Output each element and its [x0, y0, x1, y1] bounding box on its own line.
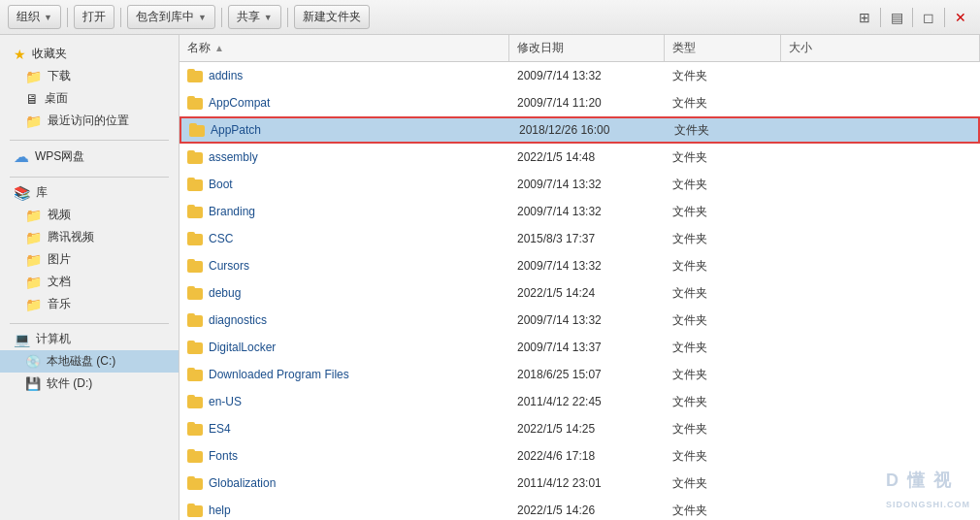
file-name: AppCompat [209, 96, 270, 110]
table-row[interactable]: Globalization2011/4/12 23:01文件夹 [180, 470, 980, 497]
file-date-cell: 2011/4/12 22:45 [509, 395, 665, 408]
file-name-cell: Branding [180, 205, 509, 218]
file-name: Boot [209, 178, 233, 191]
file-name: Globalization [209, 476, 276, 490]
table-row[interactable]: addins2009/7/14 13:32文件夹 [180, 62, 980, 89]
file-name: CSC [209, 232, 233, 245]
videos-label: 视频 [48, 207, 71, 223]
file-type-cell: 文件夹 [665, 448, 781, 465]
file-type-cell: 文件夹 [667, 122, 783, 139]
file-name: AppPatch [211, 123, 261, 137]
new-folder-label: 新建文件夹 [303, 9, 361, 25]
sidebar-item-wps-cloud[interactable]: ☁ WPS网盘 [0, 145, 179, 169]
folder-icon [187, 395, 203, 408]
file-name-cell: Cursors [180, 259, 509, 273]
share-button[interactable]: 共享 ▼ [228, 5, 281, 29]
sidebar-item-desktop[interactable]: 🖥 桌面 [0, 87, 179, 110]
folder-icon [187, 286, 203, 300]
file-date-cell: 2022/1/5 14:26 [509, 504, 665, 517]
window-button[interactable]: ◻ [917, 6, 940, 29]
table-row[interactable]: ES42022/1/5 14:25文件夹 [180, 415, 980, 442]
file-name: Downloaded Program Files [209, 368, 349, 381]
file-date-cell: 2009/7/14 13:37 [509, 341, 665, 354]
file-name-cell: help [180, 504, 509, 517]
table-row[interactable]: assembly2022/1/5 14:48文件夹 [180, 144, 980, 171]
pictures-label: 图片 [48, 251, 71, 268]
file-type-cell: 文件夹 [665, 312, 781, 329]
desktop-folder-icon: 🖥 [25, 91, 39, 107]
details-view-button[interactable]: ▤ [885, 6, 908, 29]
tencent-videos-label: 腾讯视频 [48, 229, 94, 245]
sort-arrow-icon: ▲ [214, 43, 224, 53]
sidebar-item-downloads[interactable]: 📁 下载 [0, 65, 179, 87]
table-row[interactable]: diagnostics2009/7/14 13:32文件夹 [180, 307, 980, 334]
sidebar-item-tencent-videos[interactable]: 📁 腾讯视频 [0, 226, 179, 248]
sidebar-item-library[interactable]: 📚 库 [0, 181, 179, 204]
file-name-cell: assembly [180, 150, 509, 164]
sidebar: ★ 收藏夹 📁 下载 🖥 桌面 📁 最近访问的位置 ☁ WPS网盘 [0, 35, 180, 520]
sidebar-item-documents[interactable]: 📁 文档 [0, 271, 179, 293]
sidebar-item-recent[interactable]: 📁 最近访问的位置 [0, 110, 179, 132]
sidebar-item-videos[interactable]: 📁 视频 [0, 204, 179, 226]
sidebar-item-music[interactable]: 📁 音乐 [0, 293, 179, 315]
table-row[interactable]: Cursors2009/7/14 13:32文件夹 [180, 252, 980, 279]
table-row[interactable]: AppCompat2009/7/14 11:20文件夹 [180, 89, 980, 116]
col-header-name[interactable]: 名称 ▲ [180, 35, 509, 61]
wps-cloud-label: WPS网盘 [35, 148, 84, 165]
file-name-cell: debug [180, 286, 509, 300]
videos-folder-icon: 📁 [25, 208, 42, 223]
sidebar-item-software-disk[interactable]: 💾 软件 (D:) [0, 373, 179, 395]
table-row[interactable]: Fonts2022/4/6 17:18文件夹 [180, 442, 980, 470]
file-date-cell: 2022/1/5 14:24 [509, 286, 665, 300]
include-library-label: 包含到库中 [136, 9, 194, 25]
table-row[interactable]: Downloaded Program Files2018/6/25 15:07文… [180, 361, 980, 388]
table-row[interactable]: debug2022/1/5 14:24文件夹 [180, 279, 980, 307]
star-icon: ★ [14, 47, 26, 62]
file-list: addins2009/7/14 13:32文件夹AppCompat2009/7/… [180, 62, 980, 520]
col-header-size[interactable]: 大小 [781, 35, 980, 61]
folder-icon [187, 368, 203, 381]
sidebar-item-local-disk[interactable]: 💿 本地磁盘 (C:) [0, 350, 179, 373]
file-date-cell: 2009/7/14 13:32 [509, 205, 665, 218]
table-row[interactable]: CSC2015/8/3 17:37文件夹 [180, 225, 980, 252]
sidebar-divider-1 [10, 140, 169, 141]
table-row[interactable]: Boot2009/7/14 13:32文件夹 [180, 171, 980, 198]
wps-section: ☁ WPS网盘 [0, 145, 179, 169]
file-name-cell: addins [180, 69, 509, 82]
cloud-icon: ☁ [14, 147, 29, 166]
library-icon: 📚 [14, 185, 30, 201]
col-header-type[interactable]: 类型 [665, 35, 781, 61]
file-date-cell: 2011/4/12 23:01 [509, 476, 665, 490]
desktop-label: 桌面 [45, 90, 68, 107]
folder-icon [187, 422, 203, 436]
file-type-cell: 文件夹 [665, 231, 781, 247]
organize-button[interactable]: 组织 ▼ [8, 5, 61, 29]
sidebar-item-computer[interactable]: 💻 计算机 [0, 328, 179, 350]
table-row[interactable]: Branding2009/7/14 13:32文件夹 [180, 198, 980, 225]
file-name-cell: CSC [180, 232, 509, 245]
table-row[interactable]: en-US2011/4/12 22:45文件夹 [180, 388, 980, 415]
sidebar-item-pictures[interactable]: 📁 图片 [0, 248, 179, 271]
col-header-date[interactable]: 修改日期 [509, 35, 665, 61]
close-button[interactable]: ✕ [949, 6, 972, 29]
documents-folder-icon: 📁 [25, 275, 42, 290]
new-folder-button[interactable]: 新建文件夹 [294, 5, 370, 29]
file-date-cell: 2018/6/25 15:07 [509, 368, 665, 381]
sidebar-item-favorites[interactable]: ★ 收藏夹 [0, 43, 179, 65]
file-type-cell: 文件夹 [665, 475, 781, 492]
view-toggle-button[interactable]: ⊞ [853, 6, 876, 29]
file-date-cell: 2009/7/14 13:32 [509, 178, 665, 191]
open-button[interactable]: 打开 [74, 5, 114, 29]
file-name-cell: Boot [180, 178, 509, 191]
include-library-button[interactable]: 包含到库中 ▼ [127, 5, 215, 29]
folder-icon [187, 449, 203, 463]
table-row[interactable]: help2022/1/5 14:26文件夹 [180, 497, 980, 520]
toolbar-separator-3 [221, 8, 222, 27]
file-date-cell: 2022/1/5 14:25 [509, 422, 665, 436]
table-row[interactable]: AppPatch2018/12/26 16:00文件夹 [180, 116, 980, 144]
folder-icon [187, 504, 203, 517]
table-row[interactable]: DigitalLocker2009/7/14 13:37文件夹 [180, 334, 980, 361]
file-type-cell: 文件夹 [665, 204, 781, 220]
downloads-label: 下载 [48, 68, 71, 84]
music-folder-icon: 📁 [25, 297, 42, 312]
